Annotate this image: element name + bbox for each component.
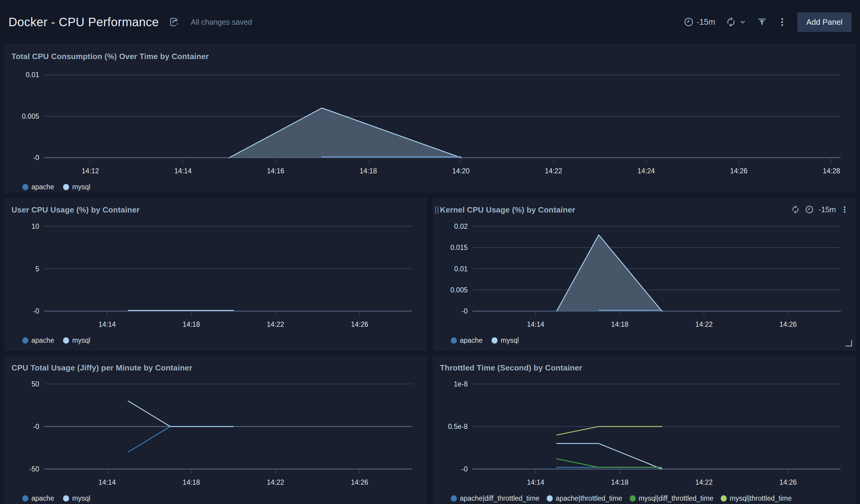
- legend-label: apache: [31, 336, 54, 345]
- panel-controls: -15m: [791, 205, 848, 214]
- legend-item-mysql|throttled_time[interactable]: mysql|throttled_time: [721, 494, 791, 503]
- legend-label: mysql: [72, 336, 90, 345]
- kernel-cpu-chart[interactable]: -00.0050.010.0150.0214:1414:1814:2214:26: [440, 215, 848, 335]
- x-tick-label: 14:26: [351, 320, 369, 328]
- throttled-time-legend: apache|diff_throttled_timeapache|throttl…: [440, 494, 848, 503]
- x-tick-label: 14:18: [183, 478, 200, 486]
- x-tick-label: 14:22: [696, 320, 713, 328]
- series-line-apache|throttled_time: [557, 443, 662, 469]
- y-tick-label: 0.015: [450, 244, 468, 251]
- panel-total-cpu: Total CPU Consumption (%) Over Time by C…: [4, 44, 856, 193]
- x-tick-label: 14:24: [637, 167, 655, 175]
- clock-icon[interactable]: [805, 205, 814, 214]
- x-tick-label: 14:18: [611, 320, 629, 328]
- legend-label: mysql|diff_throttled_time: [639, 494, 714, 503]
- legend-label: mysql: [72, 183, 90, 191]
- x-tick-label: 14:14: [527, 320, 545, 328]
- legend-dot-icon: [63, 337, 69, 344]
- y-tick-label: 0.005: [450, 286, 468, 294]
- legend-dot-icon: [63, 184, 69, 190]
- refresh-icon[interactable]: [791, 205, 800, 214]
- x-tick-label: 14:14: [174, 167, 192, 175]
- x-tick-label: 14:28: [822, 167, 840, 175]
- series-line-mysql: [128, 401, 233, 427]
- refresh-icon[interactable]: [726, 17, 736, 27]
- chart-canvas: -00.0050.0114:1214:1414:1614:1814:2014:2…: [12, 61, 848, 182]
- x-tick-label: 14:14: [527, 478, 545, 486]
- share-export-icon[interactable]: [168, 16, 181, 28]
- y-tick-label: 1e-8: [454, 380, 468, 388]
- dashboard-grid: Total CPU Consumption (%) Over Time by C…: [0, 44, 860, 504]
- kebab-menu-icon[interactable]: [777, 17, 787, 27]
- series-line-apache: [128, 427, 233, 452]
- legend-item-mysql[interactable]: mysql: [491, 336, 519, 345]
- legend-dot-icon: [451, 337, 457, 344]
- x-tick-label: 14:18: [359, 167, 377, 175]
- y-tick-label: -0: [33, 307, 39, 315]
- clock-icon[interactable]: [684, 17, 694, 27]
- add-panel-button[interactable]: Add Panel: [797, 12, 851, 32]
- legend-item-apache[interactable]: apache: [22, 336, 54, 345]
- x-tick-label: 14:26: [779, 320, 797, 328]
- legend-item-mysql[interactable]: mysql: [63, 494, 90, 503]
- time-range-value[interactable]: -15m: [697, 17, 716, 27]
- legend-dot-icon: [547, 495, 553, 502]
- legend-item-apache|throttled_time[interactable]: apache|throttled_time: [547, 494, 622, 503]
- chart-canvas: -00.0050.010.0150.0214:1414:1814:2214:26: [440, 215, 848, 335]
- y-tick-label: 50: [31, 380, 39, 388]
- panel-time-range[interactable]: -15m: [819, 205, 836, 214]
- panel-title: Kernel CPU Usage (%) by Container: [440, 205, 575, 215]
- legend-label: apache|diff_throttled_time: [460, 494, 540, 503]
- total-cpu-chart[interactable]: -00.0050.0114:1214:1414:1614:1814:2014:2…: [12, 61, 848, 182]
- legend-label: mysql: [72, 494, 90, 503]
- y-tick-label: 0.02: [454, 222, 468, 230]
- user-cpu-chart[interactable]: -051014:1414:1814:2214:26: [12, 215, 420, 335]
- legend-dot-icon: [22, 184, 28, 190]
- y-tick-label: -0: [462, 307, 468, 315]
- legend-item-mysql[interactable]: mysql: [63, 183, 90, 191]
- legend-item-apache[interactable]: apache: [22, 494, 54, 503]
- x-tick-label: 14:14: [99, 320, 116, 328]
- legend-item-mysql[interactable]: mysql: [63, 336, 90, 345]
- y-tick-label: 5: [35, 265, 39, 273]
- y-tick-label: 0.01: [454, 265, 468, 273]
- user-cpu-legend: apachemysql: [12, 336, 420, 345]
- chevron-down-icon[interactable]: [739, 18, 747, 26]
- panel-throttled-time: Throttled Time (Second) by Container -00…: [433, 355, 856, 504]
- legend-label: apache|throttled_time: [556, 494, 622, 503]
- legend-dot-icon: [451, 495, 457, 502]
- legend-label: apache: [31, 183, 54, 191]
- legend-label: mysql|throttled_time: [730, 494, 791, 503]
- header-controls: -15m Add Panel: [684, 12, 852, 32]
- panel-title: Total CPU Consumption (%) Over Time by C…: [12, 52, 209, 61]
- throttled-time-chart[interactable]: -00.5e-81e-814:1414:1814:2214:26: [440, 373, 848, 493]
- drag-handle-icon[interactable]: [435, 206, 439, 214]
- legend-dot-icon: [22, 337, 28, 344]
- filter-icon[interactable]: [757, 17, 767, 27]
- x-tick-label: 14:26: [779, 478, 797, 486]
- cpu-jiffy-chart[interactable]: -50-05014:1414:1814:2214:26: [12, 373, 420, 493]
- resize-handle-icon[interactable]: [845, 340, 852, 348]
- x-tick-label: 14:22: [696, 478, 713, 486]
- y-tick-label: 0.005: [22, 112, 39, 120]
- legend-item-apache[interactable]: apache: [451, 336, 483, 345]
- kebab-menu-icon[interactable]: [841, 205, 848, 214]
- legend-dot-icon: [721, 495, 727, 502]
- legend-item-mysql|diff_throttled_time[interactable]: mysql|diff_throttled_time: [630, 494, 714, 503]
- x-tick-label: 14:18: [183, 320, 200, 328]
- y-tick-label: 0.01: [26, 71, 39, 79]
- x-tick-label: 14:26: [351, 478, 369, 486]
- y-tick-label: -0: [33, 154, 39, 161]
- total-cpu-legend: apachemysql: [12, 183, 848, 191]
- legend-label: apache: [460, 336, 483, 345]
- legend-item-apache[interactable]: apache: [22, 183, 54, 191]
- dashboard-header: Docker - CPU Performance All changes sav…: [0, 0, 860, 44]
- chart-canvas: -00.5e-81e-814:1414:1814:2214:26: [440, 373, 848, 493]
- y-tick-label: -0: [462, 465, 468, 473]
- legend-item-apache|diff_throttled_time[interactable]: apache|diff_throttled_time: [451, 494, 540, 503]
- legend-dot-icon: [630, 495, 636, 502]
- x-tick-label: 14:22: [267, 478, 284, 486]
- x-tick-label: 14:22: [267, 320, 284, 328]
- x-tick-label: 14:14: [99, 478, 116, 486]
- panel-user-cpu: User CPU Usage (%) by Container -051014:…: [4, 198, 427, 351]
